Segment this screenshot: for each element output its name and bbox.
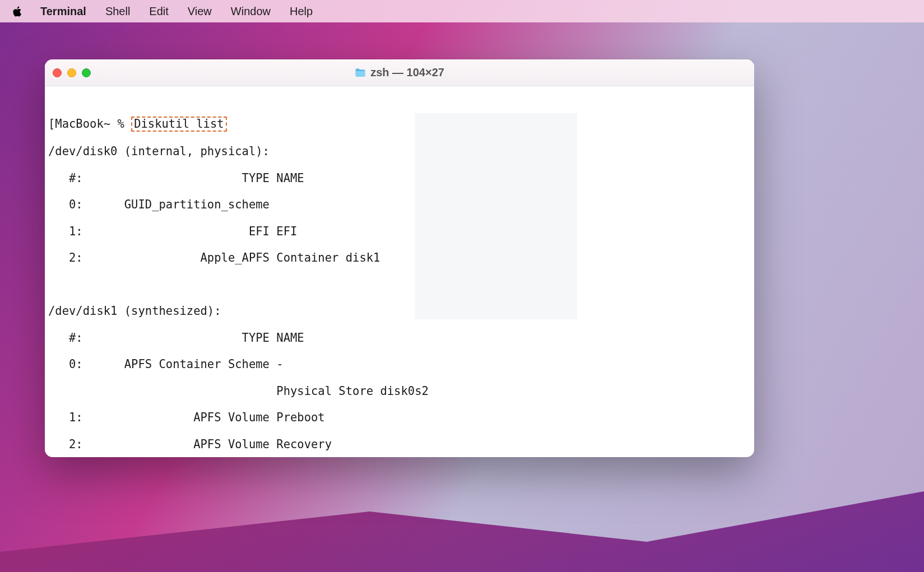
terminal-window[interactable]: zsh — 104×27 [MacBook~ % Diskutil list /… xyxy=(45,59,754,457)
minimize-button[interactable] xyxy=(67,68,76,77)
terminal-output[interactable]: [MacBook~ % Diskutil list /dev/disk0 (in… xyxy=(45,86,754,457)
menu-view[interactable]: View xyxy=(188,5,212,18)
disk0-r0: 0: GUID_partition_scheme xyxy=(48,198,751,212)
disk0-cols: #: TYPE NAME xyxy=(48,172,751,185)
wallpaper xyxy=(0,471,924,572)
menu-shell[interactable]: Shell xyxy=(105,5,130,18)
window-title: zsh — 104×27 xyxy=(45,66,754,79)
titlebar[interactable]: zsh — 104×27 xyxy=(45,59,754,86)
menubar: Terminal Shell Edit View Window Help xyxy=(0,0,924,22)
disk0-r1: 1: EFI EFI xyxy=(48,225,751,239)
highlight-diskutil: Diskutil list xyxy=(131,117,226,132)
disk1-header: /dev/disk1 (synthesized): xyxy=(48,305,751,318)
redacted-region xyxy=(415,113,577,319)
disk1-cols: #: TYPE NAME xyxy=(48,332,751,345)
window-title-text: zsh — 104×27 xyxy=(370,66,444,79)
menu-help[interactable]: Help xyxy=(290,5,313,18)
disk1-r0b: Physical Store disk0s2 xyxy=(48,385,751,398)
apple-logo-icon xyxy=(11,5,24,17)
traffic-lights xyxy=(53,68,91,77)
blank xyxy=(48,278,751,292)
disk1-r2: 2: APFS Volume Recovery xyxy=(48,438,751,452)
disk1-r1: 1: APFS Volume Preboot xyxy=(48,411,751,425)
prompt-line-1: [MacBook~ % Diskutil list xyxy=(48,117,751,132)
menu-edit[interactable]: Edit xyxy=(149,5,168,18)
folder-icon xyxy=(355,68,366,78)
disk1-r0: 0: APFS Container Scheme - xyxy=(48,358,751,371)
menu-app-name[interactable]: Terminal xyxy=(40,5,86,18)
menu-window[interactable]: Window xyxy=(231,5,271,18)
fullscreen-button[interactable] xyxy=(82,68,91,77)
disk0-header: /dev/disk0 (internal, physical): xyxy=(48,145,751,159)
close-button[interactable] xyxy=(53,68,62,77)
disk0-r2: 2: Apple_APFS Container disk1 xyxy=(48,252,751,265)
